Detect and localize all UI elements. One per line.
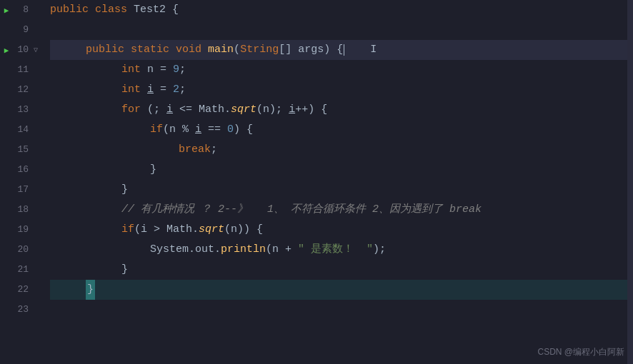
type-string-10: String [240, 40, 279, 60]
run-arrow-17: ▶ [1, 186, 11, 195]
run-arrow-16: ▶ [1, 166, 11, 175]
run-arrow-10[interactable]: ▶ [1, 46, 11, 55]
no-breakpoint-22 [31, 286, 39, 293]
run-arrow-12: ▶ [1, 86, 11, 95]
line-number-19: 19 [11, 220, 31, 240]
gutter-row-19: ▶ 19 [1, 220, 40, 240]
code-content[interactable]: public class Test2 { public static void [43, 0, 627, 364]
keyword-void-10: void [176, 40, 201, 60]
method-println-20: println [221, 240, 266, 260]
line-number-8: 8 [11, 0, 31, 20]
var-i-inc-13: i [289, 100, 295, 120]
line-number-14: 14 [11, 120, 31, 140]
run-arrow-21: ▶ [1, 266, 11, 275]
line-number-20: 20 [11, 240, 31, 260]
run-arrow-8[interactable]: ▶ [1, 6, 11, 15]
no-breakpoint-11 [31, 66, 39, 74]
gutter-row-11: ▶ 11 [1, 60, 40, 80]
line-number-15: 15 [11, 140, 31, 160]
code-line-10: public static void main ( String [] args… [50, 40, 627, 60]
comment-18: // 有几种情况 ？ 2--》 1、 不符合循环条件 2、因为遇到了 break [121, 200, 482, 220]
var-i-14: i [195, 120, 201, 140]
no-breakpoint-23 [31, 306, 39, 313]
run-arrow-22: ▶ [1, 285, 11, 295]
close-brace-16: } [150, 160, 156, 180]
gutter-row-8: ▶ 8 [1, 0, 40, 20]
close-brace-21: } [121, 260, 128, 280]
string-20: " 是素数！ " [298, 240, 373, 260]
gutter-row-16: ▶ 16 [1, 160, 40, 180]
line-number-12: 12 [11, 80, 31, 100]
gutter-row-12: ▶ 12 [1, 80, 40, 100]
keyword-int-11: int [121, 60, 141, 80]
no-breakpoint-16 [31, 166, 39, 173]
no-breakpoint-9 [31, 26, 39, 34]
keyword-int-12: int [121, 80, 141, 100]
line-gutter: ▶ 8 ▶ 9 ▶ 10 ▽ ▶ 11 [0, 0, 43, 364]
line-number-23: 23 [11, 300, 31, 320]
classname-8: Test2 { [134, 0, 179, 20]
code-line-12: int i = 2 ; [50, 80, 627, 100]
field-out-20: out [195, 240, 214, 260]
no-breakpoint-14 [31, 126, 39, 133]
line-number-11: 11 [11, 60, 31, 80]
close-brace-17: } [121, 180, 128, 200]
run-arrow-18: ▶ [1, 206, 11, 215]
close-brace-class-22: } [86, 280, 95, 300]
line-number-21: 21 [11, 260, 31, 280]
no-breakpoint-15 [31, 146, 39, 153]
no-breakpoint-13 [31, 106, 39, 113]
fold-icon-10[interactable]: ▽ [31, 46, 40, 54]
no-breakpoint-17 [31, 186, 39, 193]
code-line-13: for (; i <= Math . sqrt (n); i ++) { [50, 100, 627, 120]
var-i-13: i [166, 100, 173, 120]
code-line-18: // 有几种情况 ？ 2--》 1、 不符合循环条件 2、因为遇到了 break [50, 200, 627, 220]
gutter-row-21: ▶ 21 [1, 260, 40, 280]
no-breakpoint-19 [31, 226, 39, 233]
no-breakpoint-20 [31, 246, 39, 253]
run-arrow-14: ▶ [1, 126, 11, 135]
code-line-19: if (i > Math . sqrt (n)) { [50, 220, 627, 240]
run-arrow-20: ▶ [1, 246, 11, 255]
keyword-if-14: if [150, 120, 163, 140]
class-system-20: System [150, 240, 189, 260]
keyword-static-10: static [131, 40, 169, 60]
code-editor: ▶ 8 ▶ 9 ▶ 10 ▽ ▶ 11 [0, 0, 633, 364]
gutter-row-23: ▶ 23 [1, 300, 40, 320]
line-number-13: 13 [11, 100, 31, 120]
run-arrow-9: ▶ [1, 26, 11, 35]
class-math-19: Math [166, 220, 192, 240]
keyword-for-13: for [121, 100, 141, 120]
num-9-11: 9 [173, 60, 179, 80]
gutter-row-18: ▶ 18 [1, 200, 40, 220]
code-line-14: if (n % i == 0 ) { [50, 120, 627, 140]
num-2-12: 2 [173, 80, 179, 100]
code-area: ▶ 8 ▶ 9 ▶ 10 ▽ ▶ 11 [0, 0, 633, 364]
method-sqrt-13: sqrt [231, 100, 256, 120]
code-line-9 [50, 20, 627, 40]
no-breakpoint-18 [31, 206, 39, 213]
run-arrow-13: ▶ [1, 106, 11, 115]
gutter-row-20: ▶ 20 [1, 240, 40, 260]
gutter-row-17: ▶ 17 [1, 180, 40, 200]
code-line-23 [50, 300, 627, 320]
gutter-row-10: ▶ 10 ▽ [1, 40, 40, 60]
no-breakpoint-21 [31, 266, 39, 273]
run-arrow-19: ▶ [1, 226, 11, 235]
var-i-12: i [147, 80, 154, 100]
line-number-17: 17 [11, 180, 31, 200]
keyword-if-19: if [121, 220, 134, 240]
run-arrow-23: ▶ [1, 305, 11, 315]
code-line-17: } [50, 180, 627, 200]
code-line-16: } [50, 160, 627, 180]
no-breakpoint-8 [31, 6, 39, 14]
code-line-21: } [50, 260, 627, 280]
run-arrow-11: ▶ [1, 66, 11, 75]
keyword-break-15: break [179, 140, 211, 160]
vertical-scrollbar[interactable] [627, 0, 633, 364]
no-breakpoint-12 [31, 86, 39, 93]
gutter-row-13: ▶ 13 [1, 100, 40, 120]
keyword-class-8: class [95, 0, 127, 20]
gutter-row-22: ▶ 22 [1, 280, 40, 300]
watermark: CSDN @编程小白阿新 [537, 346, 624, 358]
